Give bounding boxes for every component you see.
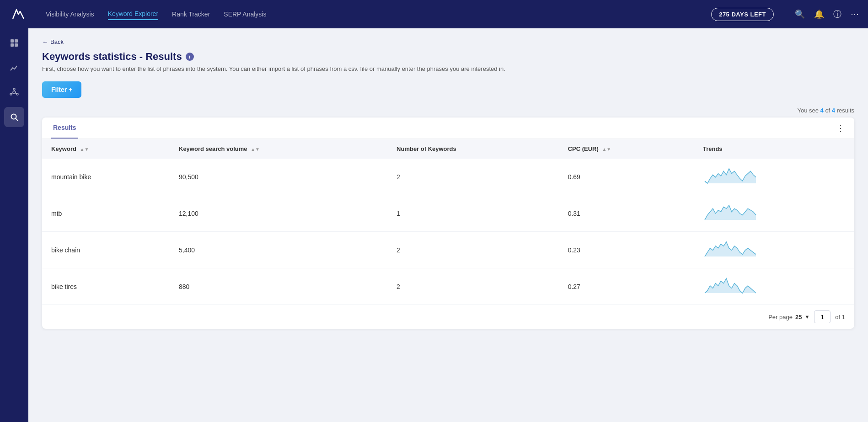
svg-line-12 bbox=[16, 119, 18, 121]
nav-visibility-analysis[interactable]: Visibility Analysis bbox=[46, 9, 94, 20]
sidebar-item-keyword-explorer[interactable] bbox=[4, 107, 24, 127]
top-navigation: Visibility Analysis Keyword Explorer Ran… bbox=[0, 0, 868, 28]
cell-volume: 90,500 bbox=[170, 159, 387, 195]
table-row: mountain bike90,50020.69 bbox=[42, 159, 854, 195]
back-link[interactable]: ← Back bbox=[42, 38, 64, 45]
per-page-select: Per page 25 ▼ bbox=[768, 314, 809, 321]
main-content: ← Back Keywords statistics - Results i F… bbox=[28, 28, 868, 422]
days-left-button[interactable]: 275 DAYS LEFT bbox=[711, 8, 774, 21]
col-num-keywords: Number of Keywords bbox=[387, 139, 559, 159]
col-keyword: Keyword ▲▼ bbox=[42, 139, 170, 159]
nav-rank-tracker[interactable]: Rank Tracker bbox=[172, 9, 210, 20]
svg-rect-2 bbox=[11, 43, 14, 47]
cell-num-keywords: 2 bbox=[387, 232, 559, 268]
table-tabs: Results ⋮ bbox=[42, 118, 854, 139]
col-cpc: CPC (EUR) ▲▼ bbox=[559, 139, 694, 159]
page-title: Keywords statistics - Results i bbox=[42, 51, 854, 63]
logo[interactable] bbox=[9, 5, 27, 23]
nav-keyword-explorer[interactable]: Keyword Explorer bbox=[108, 8, 159, 20]
svg-rect-0 bbox=[11, 39, 14, 43]
cell-trend bbox=[694, 268, 854, 305]
page-layout: ← Back Keywords statistics - Results i F… bbox=[0, 28, 868, 422]
svg-point-4 bbox=[13, 91, 16, 94]
cell-trend bbox=[694, 159, 854, 195]
cell-cpc: 0.23 bbox=[559, 232, 694, 268]
col-volume: Keyword search volume ▲▼ bbox=[170, 139, 387, 159]
cell-trend bbox=[694, 232, 854, 268]
sort-volume-icon[interactable]: ▲▼ bbox=[251, 147, 260, 152]
filter-button[interactable]: Filter + bbox=[42, 81, 81, 98]
cell-volume: 5,400 bbox=[170, 232, 387, 268]
trend-sparkline bbox=[703, 203, 758, 222]
tab-results[interactable]: Results bbox=[51, 118, 78, 139]
sort-cpc-icon[interactable]: ▲▼ bbox=[602, 147, 611, 152]
cell-cpc: 0.27 bbox=[559, 268, 694, 305]
notification-icon[interactable]: 🔔 bbox=[814, 9, 824, 19]
cell-keyword: bike chain bbox=[42, 232, 170, 268]
sidebar-item-dashboard[interactable] bbox=[4, 33, 24, 53]
current-page-input[interactable] bbox=[814, 310, 830, 323]
cell-keyword: bike tires bbox=[42, 268, 170, 305]
cell-volume: 880 bbox=[170, 268, 387, 305]
svg-marker-14 bbox=[705, 205, 756, 220]
nav-serp-analysis[interactable]: SERP Analysis bbox=[224, 9, 266, 20]
help-icon[interactable]: ⓘ bbox=[833, 9, 841, 20]
table-row: bike chain5,40020.23 bbox=[42, 232, 854, 268]
keywords-table: Keyword ▲▼ Keyword search volume ▲▼ Numb… bbox=[42, 139, 854, 304]
page-description: First, choose how you want to enter the … bbox=[42, 65, 854, 72]
results-count: You see 4 of 4 results bbox=[42, 107, 854, 114]
cell-num-keywords: 2 bbox=[387, 268, 559, 305]
table-row: mtb12,10010.31 bbox=[42, 195, 854, 232]
cell-cpc: 0.31 bbox=[559, 195, 694, 232]
svg-point-7 bbox=[10, 93, 12, 95]
trend-sparkline bbox=[703, 167, 758, 185]
cell-num-keywords: 2 bbox=[387, 159, 559, 195]
cell-num-keywords: 1 bbox=[387, 195, 559, 232]
per-page-chevron-icon[interactable]: ▼ bbox=[804, 314, 809, 320]
cell-cpc: 0.69 bbox=[559, 159, 694, 195]
svg-rect-3 bbox=[15, 43, 18, 47]
cell-keyword: mtb bbox=[42, 195, 170, 232]
svg-point-5 bbox=[13, 88, 15, 90]
of-total-pages: of 1 bbox=[835, 314, 845, 321]
apps-icon[interactable]: ⋯ bbox=[851, 9, 859, 19]
table-row: bike tires88020.27 bbox=[42, 268, 854, 305]
results-table-card: Results ⋮ Keyword ▲▼ Keyword search volu… bbox=[42, 118, 854, 329]
trend-sparkline bbox=[703, 277, 758, 295]
per-page-value: 25 bbox=[795, 314, 802, 321]
col-trends: Trends bbox=[694, 139, 854, 159]
back-arrow-icon: ← bbox=[42, 38, 48, 45]
sidebar bbox=[0, 28, 28, 422]
cell-keyword: mountain bike bbox=[42, 159, 170, 195]
sort-keyword-icon[interactable]: ▲▼ bbox=[80, 147, 89, 152]
per-page-label: Per page bbox=[768, 314, 793, 321]
sidebar-item-analytics[interactable] bbox=[4, 58, 24, 78]
trend-sparkline bbox=[703, 240, 758, 258]
info-icon[interactable]: i bbox=[186, 53, 194, 61]
sidebar-item-integrations[interactable] bbox=[4, 82, 24, 102]
more-options-button[interactable]: ⋮ bbox=[836, 123, 845, 133]
table-header-row: Keyword ▲▼ Keyword search volume ▲▼ Numb… bbox=[42, 139, 854, 159]
svg-point-6 bbox=[16, 93, 18, 95]
svg-rect-1 bbox=[15, 39, 18, 43]
cell-volume: 12,100 bbox=[170, 195, 387, 232]
pagination-row: Per page 25 ▼ of 1 bbox=[42, 304, 854, 329]
search-icon[interactable]: 🔍 bbox=[795, 9, 805, 19]
cell-trend bbox=[694, 195, 854, 232]
